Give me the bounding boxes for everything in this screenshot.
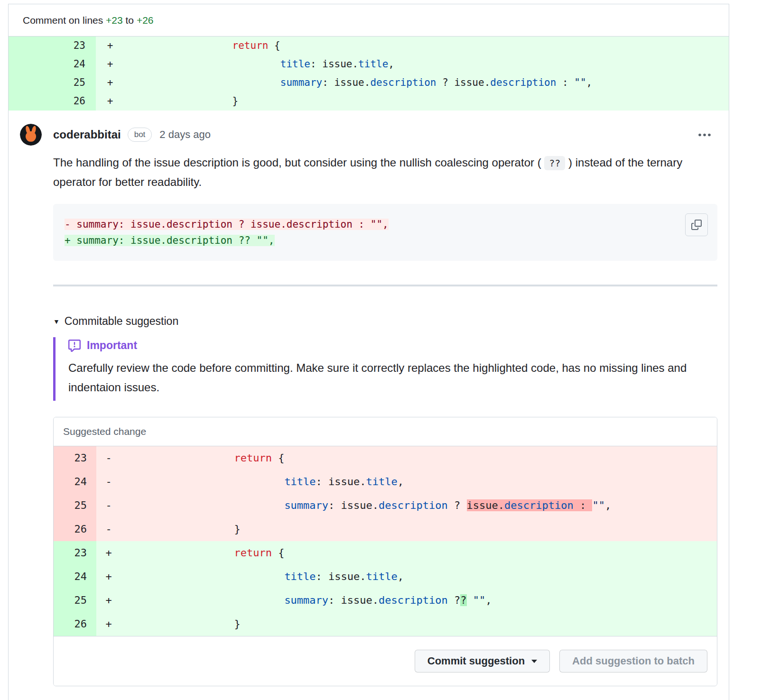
code-line: return { — [121, 541, 717, 565]
kebab-menu-icon[interactable] — [692, 129, 717, 141]
line-number: 25 — [54, 494, 96, 517]
code-line: title: issue.title, — [124, 55, 729, 74]
diff-sign: + — [96, 565, 121, 589]
code-line: summary: issue.description ?? "", — [121, 589, 717, 612]
inline-code: ?? — [544, 156, 565, 170]
markdown-diff-lines: - summary: issue.description ? issue.des… — [65, 216, 706, 249]
divider — [53, 285, 717, 286]
code-line: return { — [124, 37, 729, 55]
diff-line: 26+ } — [9, 92, 729, 111]
comment-timestamp[interactable]: 2 days ago — [159, 129, 211, 141]
suggested-change-box: Suggested change 23- return {24- title: … — [53, 417, 717, 686]
code-line: } — [121, 612, 717, 636]
diff-line: 24- title: issue.title, — [54, 470, 717, 494]
diff-line: 24+ title: issue.title, — [54, 565, 717, 589]
diff-sign: + — [96, 37, 124, 55]
important-callout: Important Carefully review the code befo… — [53, 337, 717, 401]
comment-body-text: The handling of the issue description is… — [53, 153, 717, 192]
review-comment-thread: Comment on lines +23 to +26 23+ return {… — [8, 4, 729, 700]
code-line: summary: issue.description ? issue.descr… — [121, 494, 717, 517]
diff-line: 23+ return { — [54, 541, 717, 565]
diff-sign: - — [96, 470, 121, 494]
text-segment: The handling of the issue description is… — [53, 156, 544, 169]
commitable-suggestion-toggle[interactable]: ▼ Commitable suggestion — [53, 315, 178, 328]
code-line: return { — [121, 446, 717, 470]
commit-suggestion-label: Commit suggestion — [427, 655, 525, 667]
code-line: title: issue.title, — [121, 470, 717, 494]
markdown-diff-line: + summary: issue.description ?? "", — [65, 232, 706, 249]
diff-line: 24+ title: issue.title, — [9, 55, 729, 74]
review-comment: coderabbitai bot 2 days ago The handling… — [9, 111, 729, 700]
coderabbitai-avatar[interactable] — [20, 124, 42, 146]
commit-suggestion-button[interactable]: Commit suggestion — [415, 650, 550, 672]
line-number: 26 — [9, 92, 96, 111]
code-line: } — [121, 517, 717, 541]
chevron-down-icon — [531, 660, 537, 663]
text-segment: +26 — [137, 15, 154, 26]
line-number: 25 — [9, 74, 96, 92]
callout-header: Important — [68, 339, 717, 352]
diff-line: 25- summary: issue.description ? issue.d… — [54, 494, 717, 517]
diff-sign: - — [96, 446, 121, 470]
suggested-change-title: Suggested change — [54, 417, 717, 446]
report-icon — [68, 340, 81, 352]
code-line: } — [124, 92, 729, 111]
text-segment: +23 — [106, 15, 123, 26]
code-line: title: issue.title, — [121, 565, 717, 589]
context-diff-block: 23+ return {24+ title: issue.title,25+ s… — [9, 37, 729, 111]
triangle-down-icon: ▼ — [53, 318, 60, 325]
diff-line: 25+ summary: issue.description ? issue.d… — [9, 74, 729, 92]
line-number: 23 — [54, 446, 96, 470]
line-number: 24 — [54, 565, 96, 589]
callout-body: Carefully review the code before committ… — [68, 358, 709, 397]
line-number: 24 — [9, 55, 96, 74]
diff-sign: + — [96, 55, 124, 74]
diff-line: 25+ summary: issue.description ?? "", — [54, 589, 717, 612]
comment-author[interactable]: coderabbitai — [53, 128, 121, 141]
diff-line: 23+ return { — [9, 37, 729, 55]
comment-header: coderabbitai bot 2 days ago — [20, 124, 717, 146]
diff-sign: + — [96, 612, 121, 636]
diff-line: 26+ } — [54, 612, 717, 636]
callout-label: Important — [87, 339, 137, 352]
diff-sign: + — [96, 589, 121, 612]
commitable-suggestion-label: Commitable suggestion — [65, 315, 178, 328]
line-number: 23 — [9, 37, 96, 55]
diff-sign: + — [96, 92, 124, 111]
markdown-diff-line: - summary: issue.description ? issue.des… — [65, 216, 706, 232]
suggestion-added-lines: 23+ return {24+ title: issue.title,25+ s… — [54, 541, 717, 636]
line-number: 25 — [54, 589, 96, 612]
line-number: 26 — [54, 517, 96, 541]
diff-sign: - — [96, 494, 121, 517]
suggestion-footer: Commit suggestion Add suggestion to batc… — [54, 636, 717, 686]
line-number: 23 — [54, 541, 96, 565]
line-number: 26 — [54, 612, 96, 636]
line-number: 24 — [54, 470, 96, 494]
code-line: summary: issue.description ? issue.descr… — [124, 74, 729, 92]
diff-line: 23- return { — [54, 446, 717, 470]
add-suggestion-to-batch-button[interactable]: Add suggestion to batch — [559, 650, 707, 672]
comment-range-header: Comment on lines +23 to +26 — [9, 4, 729, 37]
diff-sign: + — [96, 74, 124, 92]
markdown-diff-snippet: - summary: issue.description ? issue.des… — [53, 204, 717, 261]
comment-main: The handling of the issue description is… — [53, 153, 717, 686]
diff-line: 26- } — [54, 517, 717, 541]
diff-sign: - — [96, 517, 121, 541]
copy-code-button[interactable] — [685, 213, 708, 236]
text-segment: to — [123, 15, 137, 26]
diff-sign: + — [96, 541, 121, 565]
text-segment: Comment on lines — [23, 15, 106, 26]
suggestion-deleted-lines: 23- return {24- title: issue.title,25- s… — [54, 446, 717, 541]
bot-badge: bot — [128, 128, 152, 142]
